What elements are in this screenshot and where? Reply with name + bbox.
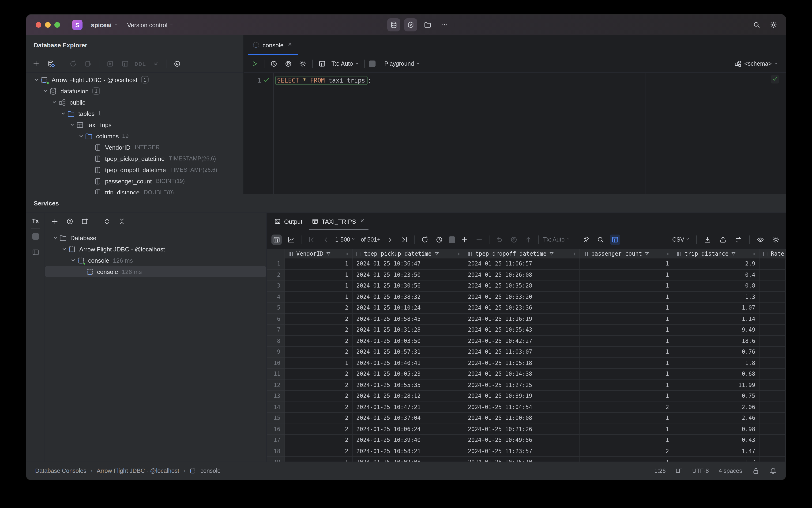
table-cell[interactable] [760,347,786,358]
pin-tab-button[interactable] [581,234,591,245]
close-window-button[interactable] [36,22,41,28]
query-history-button[interactable] [269,59,279,69]
table-cell[interactable]: 1 [580,258,673,269]
navigate-back-icon-button[interactable] [150,59,160,69]
table-cell[interactable]: 1.7 [673,457,760,462]
table-cell[interactable]: 2024-01-25 10:36:47 [353,258,464,269]
breadcrumb-item[interactable]: Database Consoles [35,468,86,474]
row-number-cell[interactable]: 19 [267,457,285,462]
notifications-bell-icon[interactable] [769,467,777,475]
row-number-cell[interactable]: 6 [267,313,285,325]
table-cell[interactable]: 2 [285,424,353,435]
table-cell[interactable]: 2024-01-25 10:55:35 [353,380,464,391]
table-cell[interactable]: 0.8 [673,281,760,292]
table-cell[interactable]: 1 [580,281,673,292]
auto-refresh-button[interactable] [434,234,444,245]
chevron-down-icon[interactable] [77,132,85,140]
refresh-button[interactable] [68,59,78,69]
tx-mode-dropdown[interactable]: Tx: Auto [331,60,360,67]
chevron-down-icon[interactable] [69,121,76,129]
row-number-cell[interactable]: 8 [267,336,285,347]
table-cell[interactable]: 2024-01-25 10:53:20 [464,292,580,302]
explorer-tree-item[interactable]: columns19 [26,130,243,142]
table-cell[interactable] [760,369,786,380]
table-cell[interactable]: 1 [285,292,353,302]
table-cell[interactable]: 1 [580,380,673,391]
filter-funnel-icon[interactable] [549,251,554,256]
table-cell[interactable]: 0.76 [673,347,760,358]
row-number-cell[interactable]: 2 [267,269,285,281]
column-header-tpep_pickup_datetime[interactable]: tpep_pickup_datetime [353,249,464,258]
tab-output[interactable]: Output [270,213,307,230]
disconnect-button[interactable] [83,59,93,69]
console-settings-button[interactable] [298,59,308,69]
table-cell[interactable]: 2024-01-25 10:28:12 [353,391,464,402]
table-cell[interactable]: 0.68 [673,369,760,380]
show-options-button[interactable] [65,216,75,226]
table-cell[interactable]: 2024-01-25 10:21:26 [464,424,580,435]
table-cell[interactable]: 2024-01-25 10:47:21 [353,402,464,413]
close-icon[interactable] [288,42,294,48]
table-cell[interactable]: 2 [285,325,353,336]
table-cell[interactable]: 2 [285,380,353,391]
table-cell[interactable]: 1 [580,457,673,462]
explorer-tree-item[interactable]: datafusion1 [26,85,243,97]
filter-funnel-icon[interactable] [326,251,331,256]
table-cell[interactable] [760,302,786,313]
export-button[interactable] [718,234,728,245]
table-cell[interactable]: 2024-01-25 10:58:21 [353,446,464,457]
revert-button[interactable] [494,234,504,245]
table-cell[interactable]: 2024-01-25 10:58:45 [353,313,464,325]
table-cell[interactable]: 1 [285,358,353,369]
table-cell[interactable]: 1.07 [673,302,760,313]
table-cell[interactable]: 1.14 [673,313,760,325]
table-cell[interactable]: 2024-01-25 11:00:08 [464,413,580,424]
table-cell[interactable]: 1 [580,269,673,281]
line-separator[interactable]: LF [676,468,682,474]
filter-funnel-icon[interactable] [644,251,649,256]
table-cell[interactable]: 1.8 [673,358,760,369]
table-cell[interactable]: 2024-01-25 11:04:54 [464,402,580,413]
table-cell[interactable]: 1 [580,369,673,380]
table-cell[interactable]: 2024-01-25 10:49:56 [464,435,580,446]
table-cell[interactable]: 2024-01-25 10:05:23 [353,369,464,380]
table-cell[interactable]: 2024-01-25 10:23:50 [353,269,464,281]
table-cell[interactable]: 1 [285,258,353,269]
table-cell[interactable] [760,313,786,325]
chevron-down-icon[interactable] [42,87,49,95]
row-number-cell[interactable]: 3 [267,281,285,292]
table-cell[interactable]: 2024-01-25 10:25:10 [464,457,580,462]
table-cell[interactable] [760,269,786,281]
table-cell[interactable]: 2024-01-25 10:38:32 [353,292,464,302]
prev-page-button[interactable] [321,234,331,245]
table-cell[interactable]: 1 [580,413,673,424]
indent-style[interactable]: 4 spaces [719,468,742,474]
row-number-cell[interactable]: 10 [267,358,285,369]
explain-plan-button[interactable] [283,59,294,69]
table-cell[interactable]: 2 [285,413,353,424]
table-cell[interactable] [760,446,786,457]
table-cell[interactable]: 2024-01-25 10:37:04 [353,413,464,424]
table-cell[interactable] [760,380,786,391]
chevron-down-icon[interactable] [70,257,77,264]
database-tool-button[interactable] [387,18,400,32]
table-cell[interactable]: 2024-01-25 10:23:36 [464,302,580,313]
playground-dropdown[interactable]: Playground [385,60,421,67]
table-cell[interactable]: 2 [285,446,353,457]
breadcrumb-item[interactable]: console [200,468,221,474]
run-query-button[interactable] [250,59,260,69]
settings-gear-icon[interactable] [770,21,777,29]
table-cell[interactable]: 2 [285,435,353,446]
table-cell[interactable]: 2024-01-25 11:06:57 [464,258,580,269]
table-cell[interactable]: 1.47 [673,446,760,457]
filter-funnel-icon[interactable] [731,251,736,256]
page-range-dropdown[interactable]: 1-500 [335,236,357,243]
table-cell[interactable]: 2 [580,402,673,413]
row-number-cell[interactable]: 5 [267,302,285,313]
lock-open-icon[interactable] [752,467,760,475]
table-cell[interactable]: 2 [285,313,353,325]
table-cell[interactable]: 1 [285,269,353,281]
table-cell[interactable]: 2024-01-25 11:03:07 [464,347,580,358]
table-cell[interactable]: 2024-01-25 10:40:41 [353,358,464,369]
table-cell[interactable]: 0.43 [673,435,760,446]
